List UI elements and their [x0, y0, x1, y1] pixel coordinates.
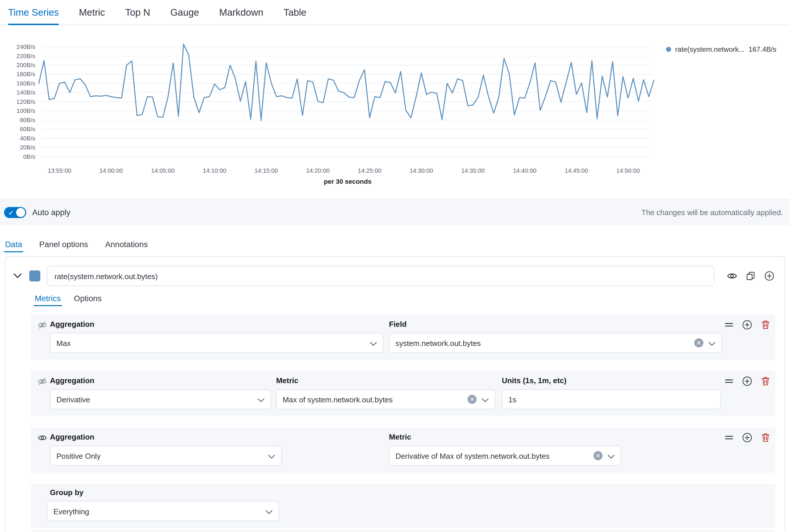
- eye-slash-icon[interactable]: [38, 321, 47, 331]
- tab-options[interactable]: Options: [73, 292, 103, 308]
- tab-table[interactable]: Table: [283, 0, 307, 25]
- chevron-down-icon: [608, 452, 614, 460]
- next-section-strip: [31, 530, 775, 531]
- series-color-swatch[interactable]: [29, 270, 40, 281]
- eye-icon[interactable]: [38, 434, 47, 444]
- svg-text:14:50:00: 14:50:00: [617, 167, 640, 174]
- aggregation-label: Aggregation: [50, 433, 281, 441]
- chevron-down-icon: [265, 507, 273, 515]
- chart-legend[interactable]: rate(system.network... 167.4B/s: [666, 45, 776, 54]
- legend-series-dot: [666, 47, 671, 52]
- units-label: Units (1s, 1m, etc): [502, 376, 721, 385]
- chevron-down-icon: [482, 395, 489, 403]
- clear-selection-icon[interactable]: ✕: [593, 451, 602, 460]
- metric-combobox[interactable]: Derivative of Max of system.network.out.…: [389, 446, 621, 466]
- tab-metrics[interactable]: Metrics: [34, 292, 62, 308]
- field-combobox[interactable]: system.network.out.bytes ✕: [389, 333, 722, 353]
- legend-series-value: 167.4B/s: [748, 45, 776, 54]
- add-metric-plus-icon[interactable]: [742, 433, 752, 443]
- metric-label: Metric: [389, 433, 621, 441]
- row-actions: [724, 320, 770, 330]
- tab-top-n[interactable]: Top N: [125, 0, 150, 25]
- svg-text:80B/s: 80B/s: [20, 117, 35, 123]
- svg-text:14:15:00: 14:15:00: [255, 167, 278, 174]
- aggregation-select[interactable]: Positive Only: [50, 446, 281, 466]
- svg-text:14:40:00: 14:40:00: [513, 167, 536, 174]
- aggregation-label: Aggregation: [50, 320, 383, 328]
- eye-slash-icon[interactable]: [38, 378, 47, 387]
- svg-text:200B/s: 200B/s: [17, 62, 36, 68]
- svg-text:100B/s: 100B/s: [17, 107, 36, 114]
- tab-gauge[interactable]: Gauge: [170, 0, 199, 25]
- collapse-chevron-icon[interactable]: [13, 271, 23, 281]
- timeseries-chart-section: 240B/s220B/s200B/s180B/s160B/s140B/s120B…: [0, 25, 790, 199]
- svg-text:240B/s: 240B/s: [17, 43, 36, 50]
- delete-metric-trash-icon[interactable]: [760, 433, 771, 443]
- drag-handle-icon[interactable]: [724, 376, 734, 386]
- clear-selection-icon[interactable]: ✕: [694, 338, 703, 347]
- delete-metric-trash-icon[interactable]: [760, 320, 771, 330]
- group-by-select[interactable]: Everything: [47, 501, 279, 521]
- field-label: Field: [389, 320, 722, 328]
- tab-metric[interactable]: Metric: [79, 0, 105, 25]
- svg-text:120B/s: 120B/s: [17, 98, 36, 105]
- svg-text:14:05:00: 14:05:00: [151, 167, 174, 174]
- row-actions: [724, 433, 770, 443]
- metric-combobox[interactable]: Max of system.network.out.bytes ✕: [276, 389, 495, 409]
- tsvb-editor: Time Series Metric Top N Gauge Markdown …: [0, 0, 790, 532]
- editor-section-tabs: Data Panel options Annotations: [0, 225, 790, 256]
- svg-text:140B/s: 140B/s: [17, 89, 36, 96]
- toggle-knob: [16, 208, 25, 217]
- svg-text:14:35:00: 14:35:00: [461, 167, 485, 174]
- drag-handle-icon[interactable]: [724, 320, 734, 330]
- auto-apply-hint: The changes will be automatically applie…: [641, 208, 783, 216]
- series-label-input[interactable]: [47, 266, 714, 286]
- svg-text:14:00:00: 14:00:00: [99, 167, 123, 174]
- series-editor-panel: Metrics Options Aggregation Max Field sy…: [5, 256, 785, 531]
- visualization-type-tabs: Time Series Metric Top N Gauge Markdown …: [0, 0, 790, 25]
- delete-metric-trash-icon[interactable]: [760, 376, 771, 386]
- legend-series-label: rate(system.network...: [675, 45, 745, 54]
- add-series-plus-icon[interactable]: [765, 271, 775, 281]
- clone-series-copy-icon[interactable]: [746, 271, 756, 281]
- aggregation-select[interactable]: Max: [50, 333, 383, 353]
- series-editor-tabs: Metrics Options: [5, 286, 785, 308]
- svg-text:14:10:00: 14:10:00: [203, 167, 226, 174]
- svg-text:40B/s: 40B/s: [20, 135, 35, 141]
- svg-text:14:20:00: 14:20:00: [306, 167, 330, 174]
- svg-text:14:45:00: 14:45:00: [565, 167, 588, 174]
- tab-annotations[interactable]: Annotations: [104, 234, 149, 256]
- svg-text:220B/s: 220B/s: [17, 53, 36, 59]
- metric-label: Metric: [276, 376, 495, 385]
- aggregation-row: Aggregation Derivative Metric Max of sys…: [31, 371, 775, 417]
- add-metric-plus-icon[interactable]: [742, 320, 752, 330]
- auto-apply-toggle[interactable]: ✓: [4, 207, 26, 218]
- tab-data[interactable]: Data: [4, 234, 23, 256]
- toggle-series-visibility-eye-icon[interactable]: [727, 271, 737, 281]
- auto-apply-label: Auto apply: [32, 208, 70, 217]
- add-metric-plus-icon[interactable]: [742, 376, 752, 386]
- aggregation-row: Aggregation Max Field system.network.out…: [31, 315, 775, 360]
- units-input[interactable]: [502, 389, 721, 409]
- aggregation-select[interactable]: Derivative: [50, 389, 271, 409]
- svg-text:20B/s: 20B/s: [20, 144, 35, 151]
- chevron-down-icon: [370, 339, 377, 347]
- chevron-down-icon: [268, 452, 275, 460]
- tab-panel-options[interactable]: Panel options: [38, 234, 89, 256]
- svg-text:14:25:00: 14:25:00: [358, 167, 381, 174]
- auto-apply-bar: ✓ Auto apply The changes will be automat…: [0, 199, 790, 225]
- chevron-down-icon: [257, 395, 264, 403]
- svg-text:13:55:00: 13:55:00: [48, 167, 71, 174]
- svg-text:160B/s: 160B/s: [17, 80, 36, 87]
- group-by-label: Group by: [50, 488, 279, 496]
- chart-x-axis-caption: per 30 seconds: [0, 178, 695, 185]
- tab-time-series[interactable]: Time Series: [8, 0, 59, 25]
- clear-selection-icon[interactable]: ✕: [467, 395, 476, 404]
- chevron-down-icon: [708, 339, 715, 347]
- tab-markdown[interactable]: Markdown: [219, 0, 263, 25]
- drag-handle-icon[interactable]: [724, 433, 734, 443]
- series-header: [5, 257, 785, 286]
- aggregation-label: Aggregation: [50, 376, 271, 385]
- group-by-row: Group by Everything: [31, 484, 775, 528]
- svg-text:0B/s: 0B/s: [23, 153, 36, 160]
